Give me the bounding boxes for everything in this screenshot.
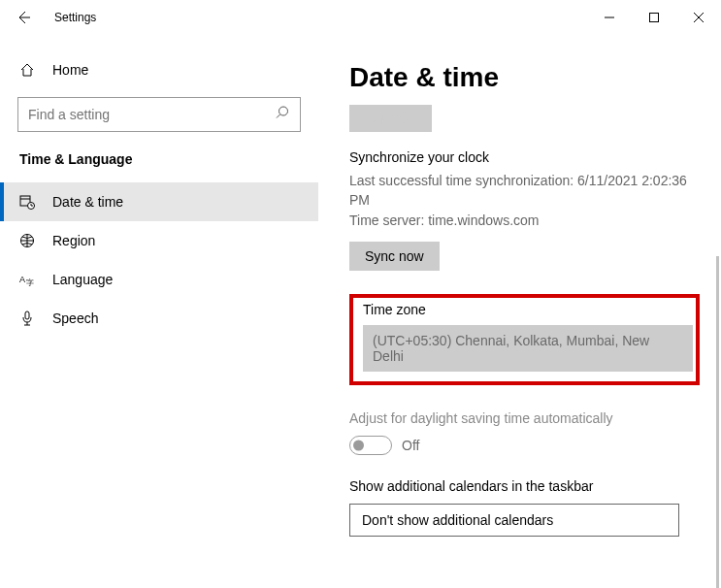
minimize-icon xyxy=(604,12,615,23)
highlight-annotation: Time zone (UTC+05:30) Chennai, Kolkata, … xyxy=(349,294,700,385)
nav-language[interactable]: A字 Language xyxy=(0,260,318,299)
timezone-heading: Time zone xyxy=(363,302,686,317)
svg-rect-0 xyxy=(650,14,659,22)
language-icon: A字 xyxy=(19,272,35,287)
nav-speech[interactable]: Speech xyxy=(0,299,318,338)
additional-calendars-label: Show additional calendars in the taskbar xyxy=(349,478,694,494)
home-label: Home xyxy=(52,62,88,78)
timezone-select[interactable]: (UTC+05:30) Chennai, Kolkata, Mumbai, Ne… xyxy=(363,325,693,372)
nav-label: Region xyxy=(52,233,95,248)
window-title: Settings xyxy=(54,11,96,24)
calendar-clock-icon xyxy=(19,194,35,210)
close-button[interactable] xyxy=(676,2,721,33)
dst-state: Off xyxy=(402,438,419,453)
minimize-button[interactable] xyxy=(587,2,632,33)
maximize-icon xyxy=(648,12,660,23)
svg-rect-7 xyxy=(25,311,29,319)
nav-label: Date & time xyxy=(52,194,123,210)
sync-now-button[interactable]: Sync now xyxy=(349,242,440,271)
dst-label: Adjust for daylight saving time automati… xyxy=(349,410,694,426)
sync-heading: Synchronize your clock xyxy=(349,149,694,165)
window-controls xyxy=(587,2,721,33)
svg-text:字: 字 xyxy=(26,278,34,287)
dst-toggle xyxy=(349,436,392,455)
additional-calendars-select[interactable]: Don't show additional calendars xyxy=(349,504,679,537)
home-icon xyxy=(19,62,35,78)
maximize-button[interactable] xyxy=(632,2,676,33)
svg-text:A: A xyxy=(19,275,25,284)
nav-region[interactable]: Region xyxy=(0,221,318,260)
arrow-left-icon xyxy=(16,10,31,25)
sync-server-text: Time server: time.windows.com xyxy=(349,211,694,230)
titlebar: Settings xyxy=(0,0,721,35)
home-nav[interactable]: Home xyxy=(0,52,318,87)
nav-category: Time & Language xyxy=(0,151,318,182)
nav-date-time[interactable]: Date & time xyxy=(0,182,318,221)
search-icon xyxy=(275,106,289,124)
close-icon xyxy=(693,12,705,23)
sidebar: Home Time & Language Date & time Region … xyxy=(0,35,318,588)
nav-label: Speech xyxy=(52,310,98,326)
main-content: Date & time Change Synchronize your cloc… xyxy=(318,35,721,588)
microphone-icon xyxy=(19,310,35,326)
scrollbar[interactable] xyxy=(716,256,719,588)
page-title: Date & time xyxy=(349,62,694,93)
sync-last-text: Last successful time synchronization: 6/… xyxy=(349,171,694,211)
svg-point-1 xyxy=(279,107,288,115)
globe-icon xyxy=(19,233,35,248)
change-button[interactable]: Change xyxy=(349,105,432,132)
search-input[interactable] xyxy=(17,97,301,132)
back-button[interactable] xyxy=(14,10,33,25)
nav-label: Language xyxy=(52,272,113,287)
